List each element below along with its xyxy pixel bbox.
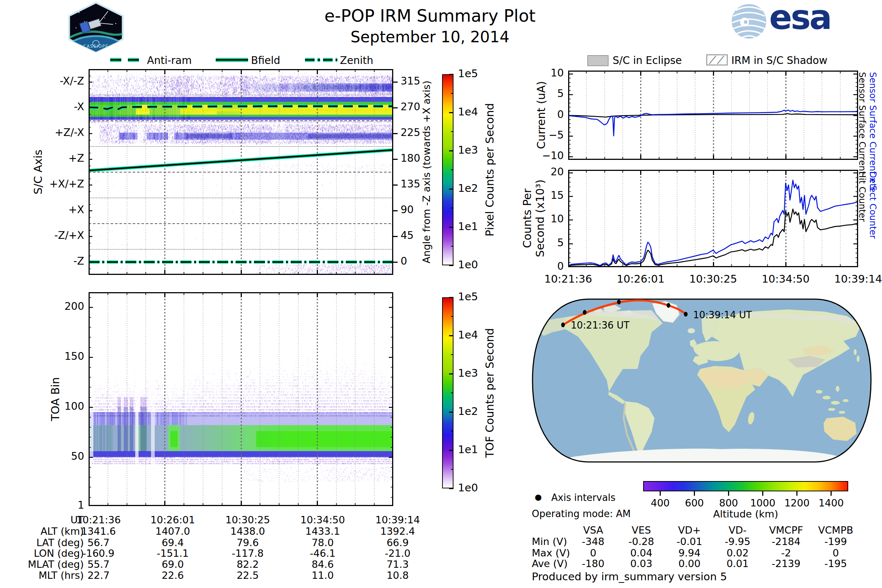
page-title: e-POP IRM Summary Plot xyxy=(257,6,603,26)
ephemeris-value-r4-c4: 71.3 xyxy=(361,559,434,570)
pixel-cbar-label-1: 1e4 xyxy=(458,105,478,118)
current-ytick-label-2: 0 xyxy=(527,108,564,120)
tof-cbar-tick-1 xyxy=(449,335,453,336)
pixel-cbar-tick-1 xyxy=(449,112,453,113)
esa-globe-icon xyxy=(730,3,767,40)
altitude-colorbar xyxy=(643,481,848,491)
alt-tick-label-1400: 1400 xyxy=(809,497,854,508)
alt-tick-1400 xyxy=(831,491,832,496)
legend-swatch-irm-shadow xyxy=(706,54,728,65)
pixel-cbar-minortick-4 xyxy=(451,246,453,247)
produced-by-label: Produced by irm_summary version 5 xyxy=(532,570,727,583)
pixel-cbar-tick-5 xyxy=(449,265,453,266)
voltage-value-r2-c3: 0.01 xyxy=(714,558,762,569)
angle-tick-label-8: 0 xyxy=(400,255,407,267)
tof-cbar-tick-2 xyxy=(449,374,453,375)
map-end-time-label: 10:39:14 UT xyxy=(693,309,752,321)
tof-cbar-label-1: 1e4 xyxy=(458,328,478,341)
voltage-row-label-2: Ave (V) xyxy=(532,558,568,569)
pixel-cbar-label-0: 1e5 xyxy=(458,67,478,80)
ephemeris-value-r3-c4: -21.0 xyxy=(361,548,434,559)
tof-cbar-tick-4 xyxy=(449,450,453,451)
altitude-colorbar-label: Altitude (km) xyxy=(643,508,848,520)
pixel-cbar-tick-4 xyxy=(449,227,453,228)
ephemeris-value-r0-c4: 10:39:14 xyxy=(361,514,434,525)
voltage-value-r1-c3: 0.02 xyxy=(714,547,762,559)
ephemeris-value-r5-c4: 10.8 xyxy=(361,570,434,581)
voltage-col-header-VES: VES xyxy=(617,524,665,536)
voltage-value-r0-c5: -199 xyxy=(812,536,860,547)
voltage-col-header-VSA: VSA xyxy=(569,524,617,536)
pixel-cbar-label-4: 1e1 xyxy=(458,220,478,232)
toa-tick-label-200: 200 xyxy=(35,300,84,312)
axis-intervals-label: Axis intervals xyxy=(551,492,616,503)
voltage-value-r1-c4: -2 xyxy=(762,547,810,559)
voltage-col-header-VD+: VD+ xyxy=(666,524,713,536)
operating-mode-label: Operating mode: AM xyxy=(532,508,631,519)
alt-tick-1200 xyxy=(796,491,798,496)
hit-counter-label: Hit Counter xyxy=(857,171,867,222)
legend-label-anti-ram: Anti-ram xyxy=(147,54,192,66)
angle-tick-8 xyxy=(393,262,398,263)
orbit-dot-1 xyxy=(561,322,565,327)
tof-cbar-minortick-2 xyxy=(451,393,453,393)
voltage-value-r2-c4: -2139 xyxy=(762,558,810,569)
ephemeris-value-r3-c1: -151.1 xyxy=(136,548,210,559)
current-plot-canvas xyxy=(568,70,858,160)
time-tick-label-5: 10:39:14 xyxy=(825,273,882,285)
ephemeris-value-r0-c0: 10:21:36 xyxy=(62,514,135,525)
angle-tick-label-3: 225 xyxy=(400,126,420,138)
pixel-counts-colorbar-label: Pixel Counts per Second xyxy=(483,103,496,237)
toa-tick-label-100: 100 xyxy=(35,400,84,412)
sc-axis-band-label-6: +X xyxy=(35,204,84,216)
current-ytick-label-1: 5 xyxy=(527,87,564,100)
ephemeris-value-r4-c1: 69.0 xyxy=(136,559,210,570)
voltage-value-r2-c1: 0.03 xyxy=(617,558,665,569)
ephemeris-value-r0-c1: 10:26:01 xyxy=(136,514,210,525)
sc-axis-band-label-3: +Z/-X xyxy=(35,126,84,138)
sc-axis-band-label-4: +Z xyxy=(35,152,84,164)
voltage-value-r0-c4: -2184 xyxy=(762,536,810,547)
ephemeris-value-r4-c0: 55.7 xyxy=(62,559,135,570)
ephemeris-value-r3-c0: -160.9 xyxy=(62,548,135,559)
angle-tick-label-1: 315 xyxy=(400,75,420,87)
toa-tick-label-50: 50 xyxy=(35,450,84,462)
page-date: September 10, 2014 xyxy=(257,28,603,46)
pixel-cbar-tick-3 xyxy=(449,189,453,190)
ephemeris-value-r2-c2: 79.6 xyxy=(211,537,285,548)
ephemeris-value-r4-c2: 82.2 xyxy=(211,559,285,570)
ephemeris-value-r2-c3: 78.0 xyxy=(286,537,359,548)
angle-tick-3 xyxy=(393,133,398,134)
toa-tick-label-1: 1 xyxy=(35,499,84,511)
patch-mission-name: CASSIOPE xyxy=(83,44,108,49)
counts-plot-canvas xyxy=(568,170,858,267)
legend-label-eclipse: S/C in Eclipse xyxy=(613,54,682,66)
tof-cbar-label-3: 1e2 xyxy=(458,405,478,417)
esa-wordmark: esa xyxy=(769,0,831,37)
counts-ytick-label-1: 15 xyxy=(527,189,564,201)
pixel-cbar-tick-2 xyxy=(449,150,453,152)
ephemeris-value-r5-c0: 22.7 xyxy=(62,570,135,581)
counts-ytick-label-0: 20 xyxy=(527,166,564,178)
time-tick-label-1: 10:21:36 xyxy=(535,273,601,285)
voltage-value-r2-c0: -180 xyxy=(569,558,617,569)
tof-cbar-label-4: 1e1 xyxy=(458,443,478,456)
angle-tick-7 xyxy=(393,236,398,237)
legend-label-bfield: Bfield xyxy=(251,54,280,66)
ephemeris-value-r2-c4: 66.9 xyxy=(361,537,434,548)
sc-axis-band-label-1: -X/-Z xyxy=(35,75,84,87)
cassiope-mission-patch: CASSIOPE xyxy=(68,2,124,53)
pixel-cbar-minortick-2 xyxy=(451,170,453,170)
angle-tick-label-4: 180 xyxy=(400,152,420,164)
pixel-cbar-minortick-1 xyxy=(451,131,453,132)
current-ytick-label-4: −10 xyxy=(527,150,564,162)
sc-axis-band-label-7: -Z/+X xyxy=(35,230,84,242)
sensor-surface-current-label: Sensor Surface Current xyxy=(857,72,867,175)
ephemeris-value-r3-c2: -117.8 xyxy=(211,548,285,559)
tof-cbar-label-5: 1e0 xyxy=(458,482,478,494)
angle-tick-6 xyxy=(393,210,398,212)
legend-line-dashed-icon xyxy=(110,55,143,64)
current-ytick-label-3: −5 xyxy=(527,129,564,141)
detect-counter-label: Detect Counter xyxy=(868,171,878,239)
voltage-value-r1-c5: 0 xyxy=(812,547,860,559)
